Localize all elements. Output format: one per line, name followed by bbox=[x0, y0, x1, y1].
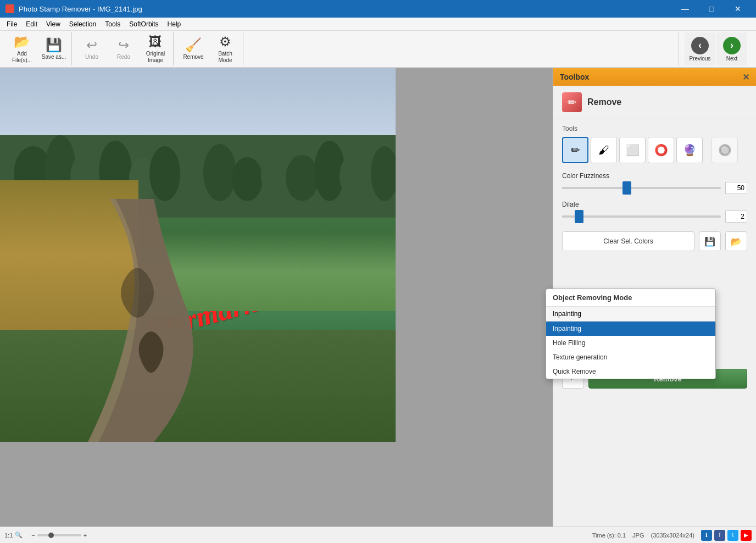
time-label: Time (s): 0.1 bbox=[592, 532, 626, 539]
color-fuzziness-value[interactable]: 50 bbox=[725, 182, 747, 194]
canvas-area[interactable]: Your Watermark bbox=[0, 68, 553, 527]
toolbox-panel: Toolbox ✕ ✏ Remove Tools ✏ 🖌 ⬜ ⭕ 🔮 🔘 Col… bbox=[553, 68, 756, 527]
zoom-level: 1:1 bbox=[4, 532, 13, 539]
rect-select-tool-button[interactable]: ⬜ bbox=[619, 137, 646, 163]
remove-button[interactable]: 🧹 Remove bbox=[178, 34, 209, 64]
dropdown-current-value: Inpainting bbox=[546, 307, 715, 322]
dilate-value[interactable]: 2 bbox=[725, 210, 747, 223]
status-right: Time (s): 0.1 JPG (3035x3024x24) ℹ f t ▶ bbox=[592, 530, 752, 541]
facebook-icon[interactable]: f bbox=[714, 530, 725, 541]
dropdown-item-hole-filling[interactable]: Hole Filling bbox=[546, 336, 715, 350]
svg-point-6 bbox=[149, 146, 180, 201]
stamp-tool-button[interactable]: 🔘 bbox=[711, 137, 738, 163]
original-image-button[interactable]: 🖼 Original Image bbox=[140, 34, 171, 64]
batch-label: Batch Mode bbox=[213, 51, 238, 64]
file-group: 📂 Add File(s)... 💾 Save as... bbox=[4, 32, 72, 65]
dropdown-header: Object Removing Mode bbox=[546, 289, 715, 307]
minimize-button[interactable]: — bbox=[672, 0, 698, 18]
redo-label: Redo bbox=[117, 54, 130, 60]
edit-group: ↩ Undo ↪ Redo 🖼 Original Image bbox=[74, 32, 174, 65]
twitter-icon[interactable]: t bbox=[727, 530, 738, 541]
svg-point-8 bbox=[203, 144, 236, 201]
zoom-thumb[interactable] bbox=[48, 533, 54, 538]
remove-label: Remove bbox=[183, 54, 203, 60]
save-selection-button[interactable]: 💾 bbox=[699, 231, 721, 251]
save-as-button[interactable]: 💾 Save as... bbox=[38, 34, 69, 64]
maximize-button[interactable]: □ bbox=[699, 0, 724, 18]
mode-section: Object Removing Mode Inpainting Inpainti… bbox=[553, 257, 756, 265]
save-as-label: Save as... bbox=[42, 54, 66, 60]
menu-tools[interactable]: Tools bbox=[101, 19, 125, 29]
color-fuzziness-thumb[interactable] bbox=[622, 181, 631, 195]
add-files-icon: 📂 bbox=[14, 34, 30, 49]
color-fuzziness-track[interactable] bbox=[562, 187, 721, 189]
undo-button[interactable]: ↩ Undo bbox=[76, 34, 107, 64]
dilate-label: Dilate bbox=[562, 201, 747, 208]
toolbox-title: Toolbox bbox=[560, 73, 589, 81]
svg-point-10 bbox=[261, 148, 288, 201]
youtube-icon[interactable]: ▶ bbox=[741, 530, 752, 541]
color-fuzziness-section: Color Fuzziness 50 bbox=[553, 169, 756, 197]
magic-wand-tool-button[interactable]: 🔮 bbox=[676, 137, 703, 163]
dilate-section: Dilate 2 bbox=[553, 197, 756, 226]
previous-icon: ‹ bbox=[691, 37, 709, 54]
next-label: Next bbox=[726, 56, 738, 62]
previous-label: Previous bbox=[690, 56, 711, 62]
brush-tool-button[interactable]: 🖌 bbox=[591, 137, 617, 163]
menu-help[interactable]: Help bbox=[163, 19, 186, 29]
remove-group: 🧹 Remove ⚙ Batch Mode bbox=[176, 32, 243, 65]
dilate-track[interactable] bbox=[562, 215, 721, 218]
zoom-plus[interactable]: + bbox=[84, 532, 87, 539]
zoom-icon: 🔍 bbox=[15, 531, 23, 539]
app-title: Photo Stamp Remover - IMG_2141.jpg bbox=[19, 5, 142, 13]
road-layer bbox=[0, 199, 396, 442]
original-icon: 🖼 bbox=[149, 34, 162, 49]
svg-point-13 bbox=[340, 152, 375, 201]
menu-softorbits[interactable]: SoftOrbits bbox=[125, 19, 163, 29]
next-icon: › bbox=[723, 37, 741, 54]
clear-sel-colors-button[interactable]: Clear Sel. Colors bbox=[562, 231, 694, 251]
zoom-minus[interactable]: − bbox=[31, 532, 35, 539]
batch-mode-button[interactable]: ⚙ Batch Mode bbox=[210, 34, 241, 64]
menu-selection[interactable]: Selection bbox=[65, 19, 101, 29]
add-files-label: Add File(s)... bbox=[9, 51, 35, 64]
menu-file[interactable]: File bbox=[2, 19, 21, 29]
dimensions-label: (3035x3024x24) bbox=[651, 532, 694, 539]
remove-tool-icon: ✏ bbox=[562, 92, 582, 112]
tools-label: Tools bbox=[562, 125, 747, 132]
load-selection-button[interactable]: 📂 bbox=[725, 231, 747, 251]
lasso-tool-button[interactable]: ⭕ bbox=[648, 137, 674, 163]
dropdown-item-quick-remove[interactable]: Quick Remove bbox=[546, 364, 715, 379]
pencil-tool-button[interactable]: ✏ bbox=[562, 137, 588, 163]
redo-icon: ↪ bbox=[118, 37, 129, 53]
menu-bar: File Edit View Selection Tools SoftOrbit… bbox=[0, 18, 756, 31]
toolbox-close-button[interactable]: ✕ bbox=[742, 72, 749, 82]
next-button[interactable]: › Next bbox=[716, 32, 747, 65]
zoom-section: 1:1 🔍 bbox=[4, 531, 23, 539]
buttons-row: Clear Sel. Colors 💾 📂 bbox=[553, 226, 756, 257]
dilate-thumb[interactable] bbox=[575, 210, 583, 223]
remove-icon: 🧹 bbox=[185, 37, 202, 53]
remove-title: Remove bbox=[587, 97, 621, 107]
zoom-track[interactable] bbox=[37, 534, 81, 536]
svg-point-11 bbox=[286, 155, 319, 201]
undo-icon: ↩ bbox=[86, 37, 97, 53]
dropdown-item-texture-generation[interactable]: Texture generation bbox=[546, 350, 715, 364]
tools-row: ✏ 🖌 ⬜ ⭕ 🔮 🔘 bbox=[562, 137, 747, 163]
previous-button[interactable]: ‹ Previous bbox=[685, 32, 715, 65]
close-button[interactable]: ✕ bbox=[725, 0, 751, 18]
nav-area: ‹ Previous › Next bbox=[679, 32, 752, 65]
color-fuzziness-row: 50 bbox=[562, 182, 747, 194]
canvas-image[interactable]: Your Watermark bbox=[0, 68, 396, 442]
info-icon[interactable]: ℹ bbox=[701, 530, 712, 541]
format-label: JPG bbox=[632, 532, 644, 539]
toolbar: 📂 Add File(s)... 💾 Save as... ↩ Undo ↪ R… bbox=[0, 31, 756, 68]
tools-section: Tools ✏ 🖌 ⬜ ⭕ 🔮 🔘 bbox=[553, 119, 756, 169]
add-files-button[interactable]: 📂 Add File(s)... bbox=[7, 34, 37, 64]
object-removing-dropdown[interactable]: Object Removing Mode Inpainting Inpainti… bbox=[546, 289, 716, 379]
menu-edit[interactable]: Edit bbox=[21, 19, 42, 29]
toolbox-header: Toolbox ✕ bbox=[553, 68, 756, 86]
redo-button[interactable]: ↪ Redo bbox=[108, 34, 139, 64]
menu-view[interactable]: View bbox=[42, 19, 65, 29]
dropdown-item-inpainting[interactable]: Inpainting bbox=[546, 322, 715, 336]
